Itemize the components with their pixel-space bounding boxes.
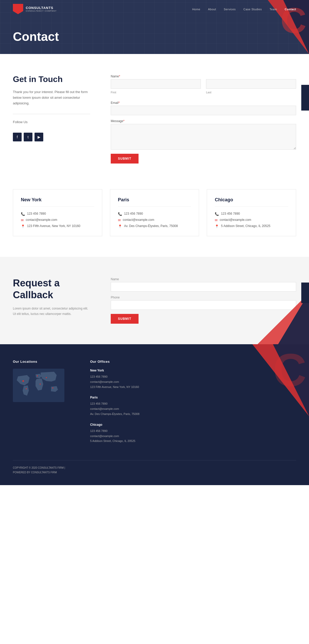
nav-links: Home About Services Case Studies Team Co… <box>192 7 296 11</box>
office-email-row-ny: ✉ contact@example.com <box>21 218 94 222</box>
contact-submit-button[interactable]: SUBMIT <box>111 154 139 164</box>
office-address-row-chicago: 📍 5 Addison Street, Chicago, IL 20525 <box>215 224 288 228</box>
message-field-group: Message* <box>111 119 296 150</box>
footer-office-chicago-details: 123 456 7890 contact@example.com 5 Addis… <box>90 429 296 444</box>
office-phone-row-ny: 📞 123 456 7890 <box>21 212 94 216</box>
follow-label: Follow Us <box>13 119 90 125</box>
office-email-paris: contact@example.com <box>123 218 154 222</box>
logo-shape <box>13 4 23 14</box>
email-label: Email* <box>111 101 296 105</box>
office-address-ny: 123 Fifth Avenue, New York, NY 10160 <box>27 224 80 228</box>
footer-offices: Our Offices New York 123 456 7890 contac… <box>90 360 296 450</box>
logo-icon <box>13 4 23 14</box>
youtube-icon[interactable]: ▶ <box>35 133 43 141</box>
footer-office-paris: Paris 123 456 7890 contact@example.com A… <box>90 396 296 416</box>
footer-bottom: COPYRIGHT © 2020 CONSULTANTS FIRM | POWE… <box>13 460 296 475</box>
first-name-input[interactable] <box>111 79 201 89</box>
footer-office-paris-city: Paris <box>90 396 296 399</box>
header: C CONSULTANTS CONSULTANCY COMPANY Home A… <box>0 0 309 54</box>
last-name-input[interactable] <box>206 79 296 89</box>
footer-offices-heading: Our Offices <box>90 360 296 364</box>
office-address-paris: Av. Des Champs-Élysées, Paris, 75008 <box>124 224 178 228</box>
office-phone-ny: 123 456 7890 <box>27 212 46 215</box>
footer-copyright: COPYRIGHT © 2020 CONSULTANTS FIRM | POWE… <box>13 466 296 475</box>
name-row <box>111 79 296 89</box>
social-icons: f t ▶ <box>13 133 90 141</box>
callback-heading: Request a Callback <box>13 277 90 301</box>
name-sub-labels: First Last <box>111 91 296 94</box>
office-info-paris: 📞 123 456 7890 ✉ contact@example.com 📍 A… <box>118 212 191 228</box>
message-label: Message* <box>111 119 296 123</box>
svg-point-4 <box>52 387 53 388</box>
footer-inner: Our Locations <box>13 360 296 450</box>
email-field-group: Email* <box>111 101 296 115</box>
office-email-row-paris: ✉ contact@example.com <box>118 218 191 222</box>
office-email-ny: contact@example.com <box>26 218 57 222</box>
location-icon-chicago: 📍 <box>215 224 219 228</box>
world-map-svg <box>13 369 64 402</box>
email-icon-chicago: ✉ <box>215 218 218 222</box>
office-email-row-chicago: ✉ contact@example.com <box>215 218 288 222</box>
contact-left-panel: Get in Touch Thank you for your interest… <box>13 75 90 164</box>
contact-divider <box>13 114 90 114</box>
callback-submit-button[interactable]: SUBMIT <box>111 314 139 324</box>
facebook-icon[interactable]: f <box>13 133 22 141</box>
office-phone-row-chicago: 📞 123 456 7890 <box>215 212 288 216</box>
nav-team[interactable]: Team <box>270 8 277 11</box>
logo-title: CONSULTANTS <box>26 6 57 10</box>
name-label: Name* <box>111 75 296 78</box>
office-phone-row-paris: 📞 123 456 7890 <box>118 212 191 216</box>
office-card-paris: Paris 📞 123 456 7890 ✉ contact@example.c… <box>110 189 199 236</box>
get-in-touch-heading: Get in Touch <box>13 75 90 84</box>
footer-locations-heading: Our Locations <box>13 360 70 364</box>
svg-point-1 <box>26 388 27 389</box>
name-field-group: Name* First Last <box>111 75 296 97</box>
callback-description: Lorem ipsum dolor sit amet, consectetur … <box>13 306 90 316</box>
logo[interactable]: CONSULTANTS CONSULTANCY COMPANY <box>13 4 57 14</box>
callback-name-input[interactable] <box>111 282 296 292</box>
nav-home[interactable]: Home <box>192 8 200 11</box>
page-title-section: Contact <box>13 30 59 44</box>
location-icon-paris: 📍 <box>118 224 122 228</box>
office-email-chicago: contact@example.com <box>220 218 251 222</box>
office-address-chicago: 5 Addison Street, Chicago, IL 20525 <box>221 224 270 228</box>
offices-section: New York 📞 123 456 7890 ✉ contact@exampl… <box>0 184 309 257</box>
footer-locations: Our Locations <box>13 360 70 450</box>
main-nav: CONSULTANTS CONSULTANCY COMPANY Home Abo… <box>0 0 309 18</box>
nav-about[interactable]: About <box>208 8 216 11</box>
footer-office-chicago: Chicago 123 456 7890 contact@example.com… <box>90 423 296 444</box>
footer-office-ny-city: New York <box>90 369 296 372</box>
svg-point-0 <box>22 380 24 382</box>
svg-point-2 <box>37 375 38 376</box>
footer-office-chicago-city: Chicago <box>90 423 296 427</box>
contact-form: Name* First Last Email* Messa <box>111 75 296 164</box>
footer: C Our Locations <box>0 344 309 485</box>
callback-name-group: Name <box>111 277 296 292</box>
svg-point-5 <box>40 384 41 385</box>
logo-subtitle: CONSULTANCY COMPANY <box>26 10 57 12</box>
office-city-new-york: New York <box>21 197 94 207</box>
first-label: First <box>111 91 201 94</box>
office-address-row-ny: 📍 123 Fifth Avenue, New York, NY 10160 <box>21 224 94 228</box>
offices-grid: New York 📞 123 456 7890 ✉ contact@exampl… <box>13 189 296 236</box>
email-input[interactable] <box>111 106 296 115</box>
message-textarea[interactable] <box>111 124 296 150</box>
callback-left: Request a Callback Lorem ipsum dolor sit… <box>13 277 90 324</box>
phone-icon-chicago: 📞 <box>215 212 219 216</box>
twitter-icon[interactable]: t <box>24 133 32 141</box>
nav-case-studies[interactable]: Case Studies <box>243 8 262 11</box>
phone-icon-ny: 📞 <box>21 212 25 216</box>
nav-services[interactable]: Services <box>224 8 236 11</box>
phone-icon-paris: 📞 <box>118 212 122 216</box>
email-icon-ny: ✉ <box>21 218 24 222</box>
footer-office-ny-details: 123 456 7890 contact@example.com 123 Fif… <box>90 374 296 389</box>
callback-name-label: Name <box>111 277 296 281</box>
office-card-chicago: Chicago 📞 123 456 7890 ✉ contact@example… <box>207 189 296 236</box>
office-phone-paris: 123 456 7890 <box>124 212 143 215</box>
office-card-new-york: New York 📞 123 456 7890 ✉ contact@exampl… <box>13 189 102 236</box>
nav-contact[interactable]: Contact <box>285 8 296 11</box>
svg-point-3 <box>46 377 47 378</box>
office-info-chicago: 📞 123 456 7890 ✉ contact@example.com 📍 5… <box>215 212 288 228</box>
footer-office-paris-details: 123 456 7890 contact@example.com Av. Des… <box>90 401 296 416</box>
office-phone-chicago: 123 456 7890 <box>221 212 240 215</box>
